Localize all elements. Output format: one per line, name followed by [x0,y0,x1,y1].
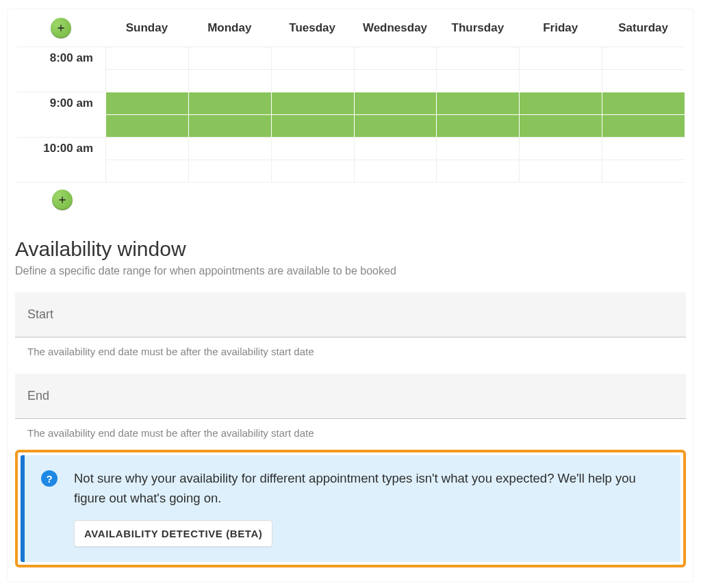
time-slot[interactable] [188,69,271,92]
day-cell[interactable] [354,92,437,137]
time-slot[interactable] [188,137,271,159]
time-slot[interactable] [105,114,188,137]
time-row: 9:00 am [16,92,105,137]
day-cell[interactable] [354,47,437,92]
start-date-field[interactable]: Start [15,292,686,337]
time-label: 9:00 am [50,97,93,110]
day-cell[interactable] [354,137,437,182]
end-date-hint: The availability end date must be after … [15,419,686,443]
time-slot[interactable] [354,92,437,114]
time-slot[interactable] [105,137,188,159]
day-cell[interactable] [188,92,271,137]
day-header: Saturday [602,10,685,47]
time-slot[interactable] [354,47,437,69]
end-date-field[interactable]: End [15,374,686,419]
time-slot[interactable] [271,92,354,114]
day-cell[interactable] [188,47,271,92]
start-date-hint: The availability end date must be after … [15,337,686,361]
availability-window-title: Availability window [15,238,686,261]
time-label: 8:00 am [50,51,93,65]
day-header: Sunday [105,10,188,47]
day-cell[interactable] [602,47,685,92]
add-hours-bottom-button[interactable] [52,190,73,210]
day-cell[interactable] [188,137,271,182]
time-slot[interactable] [105,92,188,114]
time-slot[interactable] [436,114,519,137]
time-slot[interactable] [105,159,188,182]
time-slot[interactable] [519,137,602,159]
time-slot[interactable] [436,137,519,159]
time-slot[interactable] [271,114,354,137]
time-slot[interactable] [519,47,602,69]
time-slot[interactable] [271,47,354,69]
time-slot[interactable] [602,69,685,92]
time-slot[interactable] [354,114,437,137]
time-slot[interactable] [519,159,602,182]
day-cell[interactable] [271,137,354,182]
time-slot[interactable] [436,69,519,92]
time-slot[interactable] [436,159,519,182]
time-slot[interactable] [354,137,437,159]
day-cell[interactable] [519,92,602,137]
day-header: Wednesday [354,10,437,47]
time-slot[interactable] [188,47,271,69]
time-slot[interactable] [105,69,188,92]
day-header: Tuesday [271,10,354,47]
day-cell[interactable] [519,137,602,182]
day-cell[interactable] [271,92,354,137]
availability-window-subtitle: Define a specific date range for when ap… [15,265,686,277]
time-row: 8:00 am [16,47,105,92]
plus-icon [55,23,66,34]
callout-text: Not sure why your availability for diffe… [74,469,664,508]
time-slot[interactable] [188,114,271,137]
time-slot[interactable] [354,69,437,92]
time-slot[interactable] [271,137,354,159]
availability-detective-callout: ? Not sure why your availability for dif… [21,455,680,562]
time-slot[interactable] [602,159,685,182]
time-slot[interactable] [436,92,519,114]
time-slot[interactable] [188,159,271,182]
time-slot[interactable] [519,69,602,92]
time-slot[interactable] [271,159,354,182]
day-cell[interactable] [602,137,685,182]
time-slot[interactable] [602,92,685,114]
time-slot[interactable] [602,137,685,159]
time-slot[interactable] [105,47,188,69]
end-date-label: End [27,389,49,402]
time-slot[interactable] [271,69,354,92]
time-label: 10:00 am [43,142,93,155]
time-slot[interactable] [436,47,519,69]
time-slot[interactable] [602,114,685,137]
day-cell[interactable] [602,92,685,137]
day-header: Friday [519,10,602,47]
availability-schedule: SundayMondayTuesdayWednesdayThursdayFrid… [16,10,685,183]
help-icon: ? [41,470,58,487]
time-slot[interactable] [602,47,685,69]
time-row: 10:00 am [16,137,105,182]
day-cell[interactable] [105,92,188,137]
day-cell[interactable] [436,92,519,137]
day-cell[interactable] [519,47,602,92]
day-cell[interactable] [436,137,519,182]
schedule-corner [16,10,105,47]
time-slot[interactable] [188,92,271,114]
add-hours-top-button[interactable] [51,18,71,38]
day-cell[interactable] [105,137,188,182]
callout-highlight: ? Not sure why your availability for dif… [15,450,686,567]
time-slot[interactable] [519,114,602,137]
time-slot[interactable] [354,159,437,182]
day-header: Monday [188,10,271,47]
availability-detective-button[interactable]: AVAILABILITY DETECTIVE (BETA) [74,520,272,547]
day-header: Thursday [436,10,519,47]
day-cell[interactable] [105,47,188,92]
start-date-label: Start [27,307,53,321]
day-cell[interactable] [271,47,354,92]
plus-icon [57,194,68,205]
day-cell[interactable] [436,47,519,92]
time-slot[interactable] [519,92,602,114]
